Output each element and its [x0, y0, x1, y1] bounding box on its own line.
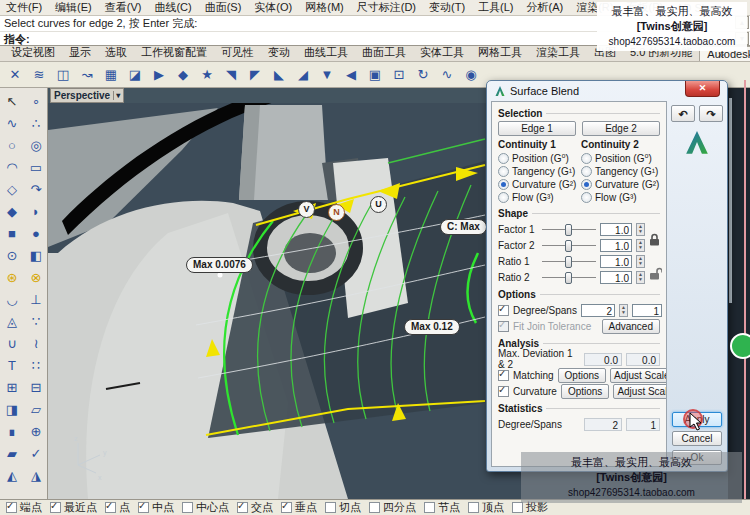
box-icon[interactable]: ■: [0, 222, 24, 244]
radio-icon[interactable]: [581, 192, 592, 203]
menu-item[interactable]: 网格(M): [305, 0, 344, 15]
spans-field[interactable]: 1: [632, 304, 662, 317]
unroll-surface-icon[interactable]: ⊡: [388, 64, 410, 86]
sphere-icon[interactable]: ●: [24, 222, 48, 244]
fillet-edge-icon[interactable]: ◡: [0, 288, 24, 310]
menu-item[interactable]: 曲线(C): [154, 0, 191, 15]
extrude-icon[interactable]: ◨: [0, 398, 24, 420]
plane-icon[interactable]: ▰: [0, 442, 24, 464]
service-badge[interactable]: [730, 333, 750, 359]
array-icon[interactable]: ⊞: [0, 376, 24, 398]
viewport-tab[interactable]: Perspective ▾: [50, 88, 124, 103]
value-field[interactable]: 1.0: [600, 223, 632, 236]
revolve-icon[interactable]: ★: [196, 64, 218, 86]
undo-button[interactable]: ↶: [671, 105, 695, 122]
cone-icon[interactable]: ◮: [24, 464, 48, 486]
checkbox-icon[interactable]: [50, 502, 61, 513]
patch-surface-icon[interactable]: ◗: [24, 200, 48, 222]
chevron-down-icon[interactable]: ▾: [113, 91, 120, 100]
osnap-toggle[interactable]: 端点: [6, 500, 42, 515]
freeform-curve-icon[interactable]: ↷: [24, 178, 48, 200]
toolbar-tab[interactable]: 曲线工具: [297, 46, 355, 61]
slider-thumb[interactable]: [565, 224, 572, 236]
slider-thumb[interactable]: [565, 256, 572, 268]
slider-thumb[interactable]: [565, 240, 572, 252]
continuity-radio[interactable]: Curvature (G²): [498, 178, 577, 191]
radio-icon[interactable]: [498, 153, 509, 164]
menu-item[interactable]: 编辑(E): [55, 0, 92, 15]
toolbar-tab[interactable]: 工作视窗配置: [134, 46, 214, 61]
loft-icon[interactable]: ▶: [148, 64, 170, 86]
toolbar-tab[interactable]: 可见性: [214, 46, 261, 61]
advanced-button[interactable]: Advanced: [602, 319, 660, 334]
radio-icon[interactable]: [498, 166, 509, 177]
osnap-toggle[interactable]: 点: [105, 500, 130, 515]
radio-icon[interactable]: [581, 179, 592, 190]
matching-options-button[interactable]: Options: [558, 368, 606, 383]
check-icon[interactable]: ✓: [24, 442, 48, 464]
explode-icon[interactable]: ⊗: [24, 266, 48, 288]
osnap-toggle[interactable]: 四分点: [369, 500, 416, 515]
curve-tool-icon[interactable]: ∿: [436, 64, 458, 86]
slider-thumb[interactable]: [565, 272, 572, 284]
checkbox-icon[interactable]: [138, 502, 149, 513]
blend-curve-icon[interactable]: ≀: [24, 332, 48, 354]
circle-icon[interactable]: ○: [0, 134, 24, 156]
menu-item[interactable]: 文件(F): [6, 0, 42, 15]
move-point-icon[interactable]: ∷: [24, 354, 48, 376]
checkbox-icon[interactable]: [369, 502, 380, 513]
shape-slider[interactable]: [542, 271, 596, 283]
checkbox-icon[interactable]: [237, 502, 248, 513]
polyline-icon[interactable]: ∿: [0, 112, 24, 134]
polygon-icon[interactable]: ◇: [0, 178, 24, 200]
rectangle-icon[interactable]: ▭: [24, 156, 48, 178]
degree-field[interactable]: 2: [581, 304, 615, 317]
menu-item[interactable]: 变动(T): [429, 0, 465, 15]
menu-item[interactable]: 曲面(S): [205, 0, 242, 15]
toolbar-tab[interactable]: 显示: [62, 46, 98, 61]
edge-2-button[interactable]: Edge 2: [582, 121, 660, 136]
degree-spinner[interactable]: ▲▼: [619, 304, 628, 317]
menu-item[interactable]: 尺寸标注(D): [357, 0, 416, 15]
radio-icon[interactable]: [581, 153, 592, 164]
checkbox-icon[interactable]: [512, 502, 523, 513]
blend-surface-icon[interactable]: ◣: [268, 64, 290, 86]
merge-surface-icon[interactable]: ▣: [364, 64, 386, 86]
continuity-radio[interactable]: Curvature (G²): [581, 178, 660, 191]
continuity-radio[interactable]: Tangency (G¹): [498, 165, 577, 178]
toolbar-tab[interactable]: 实体工具: [413, 46, 471, 61]
continuity-radio[interactable]: Position (G⁰): [581, 152, 660, 165]
spinner[interactable]: ▲▼: [636, 255, 645, 268]
surface-icon[interactable]: ◆: [0, 200, 24, 222]
select-arrow-icon[interactable]: ↖: [0, 90, 24, 112]
checkbox-icon[interactable]: [325, 502, 336, 513]
padlock-closed-icon[interactable]: [649, 233, 660, 246]
curvature-options-button[interactable]: Options: [561, 384, 609, 399]
offset-surface-icon[interactable]: ◢: [292, 64, 314, 86]
patch-icon[interactable]: ◆: [172, 64, 194, 86]
curvature-adjust-scale-button[interactable]: Adjust Scale: [613, 384, 667, 399]
checkbox-icon[interactable]: [105, 502, 116, 513]
checkbox-icon[interactable]: [424, 502, 435, 513]
smooth-icon[interactable]: ≋: [28, 64, 50, 86]
menu-item[interactable]: 分析(A): [527, 0, 564, 15]
toolbar-tab[interactable]: 曲面工具: [355, 46, 413, 61]
radio-icon[interactable]: [498, 192, 509, 203]
osnap-toggle[interactable]: 切点: [325, 500, 361, 515]
osnap-toggle[interactable]: 顶点: [468, 500, 504, 515]
spinner[interactable]: ▲▼: [636, 271, 645, 284]
osnap-toggle[interactable]: 最近点: [50, 500, 97, 515]
matching-adjust-scale-button[interactable]: Adjust Scale: [610, 368, 667, 383]
shape-slider[interactable]: [542, 255, 596, 267]
osnap-toggle[interactable]: 垂点: [281, 500, 317, 515]
close-icon[interactable]: ✕: [685, 81, 720, 97]
value-field[interactable]: 1.0: [600, 271, 632, 284]
continuity-radio[interactable]: Flow (G³): [581, 191, 660, 204]
grid-icon[interactable]: ∎: [0, 420, 24, 442]
matching-checkbox[interactable]: [498, 370, 509, 381]
point-icon[interactable]: ∘: [24, 90, 48, 112]
redo-button[interactable]: ↷: [699, 105, 723, 122]
shape-slider[interactable]: [542, 223, 596, 235]
degree-spans-checkbox[interactable]: [498, 305, 509, 316]
toolbar-tab[interactable]: 网格工具: [471, 46, 529, 61]
